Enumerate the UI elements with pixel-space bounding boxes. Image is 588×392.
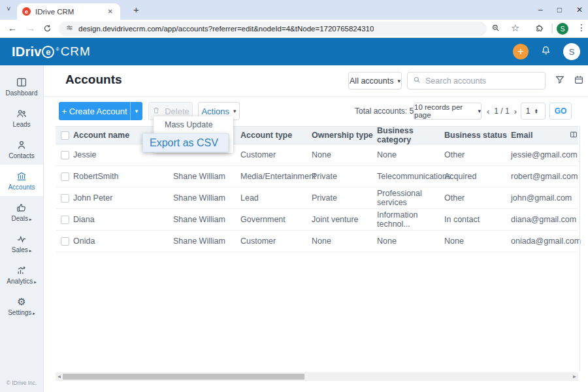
browser-menu-dots-icon[interactable]: ⋮ <box>577 22 586 33</box>
sidebar-item-contacts[interactable]: Contacts <box>0 133 43 165</box>
scroll-left-icon[interactable]: ◄ <box>56 374 63 380</box>
menu-item-mass-update[interactable]: Mass Update <box>154 116 233 133</box>
column-picker-icon[interactable] <box>569 130 578 141</box>
sidebar: DashboardLeadsContactsAccountsDeals▸Sale… <box>0 65 44 392</box>
quick-add-button[interactable]: + <box>513 44 529 59</box>
copyright-text: © IDrive Inc. <box>0 380 43 386</box>
url-bar[interactable]: design.devidrivecrm.com/app/accounts?ref… <box>59 22 487 36</box>
window-maximize-button[interactable]: □ <box>557 5 562 14</box>
records-per-page-value: 10 records per page <box>414 103 474 119</box>
column-header[interactable]: Business category <box>377 126 444 144</box>
search-input[interactable] <box>425 76 540 86</box>
cell-type: Customer <box>240 150 312 159</box>
create-caret-down-icon[interactable]: ▾ <box>131 108 142 114</box>
caret-down-icon: ▾ <box>397 78 400 84</box>
next-page-icon[interactable]: › <box>514 106 517 116</box>
search-box[interactable] <box>407 72 546 90</box>
sidebar-item-dashboard[interactable]: Dashboard <box>0 71 43 102</box>
row-checkbox[interactable] <box>61 237 69 246</box>
accounts-table: Account nameAccount typeOwnership typeBu… <box>56 126 578 252</box>
filter-icon[interactable] <box>555 74 565 88</box>
column-header[interactable]: Ownership type <box>312 131 377 140</box>
scrollbar-track[interactable] <box>63 372 571 381</box>
page-number-input[interactable] <box>521 106 534 116</box>
deals-icon <box>16 202 27 214</box>
column-header[interactable]: Account type <box>240 131 312 140</box>
table-body: JessieCustomerNoneNoneOtherjessie@gmail.… <box>56 144 578 252</box>
page-number-stepper[interactable]: ▴ ▾ <box>521 103 546 120</box>
create-account-button[interactable]: + Create Account ▾ <box>59 102 142 120</box>
table-row[interactable]: OnidaShane WilliamCustomerNoneNoneNoneon… <box>56 231 578 252</box>
submenu-arrow-icon: ▸ <box>33 311 35 316</box>
url-text: design.devidrivecrm.com/app/accounts?ref… <box>78 25 374 33</box>
tab-search-chevron-icon[interactable]: ˅ <box>7 5 10 12</box>
account-view-select[interactable]: All accounts ▾ <box>348 72 402 90</box>
records-per-page-select[interactable]: 10 records per page ▾ <box>414 103 482 120</box>
tab-close-icon[interactable]: ✕ <box>106 7 115 16</box>
cell-owner: Shane William <box>173 193 240 203</box>
cell-owner: Shane William <box>173 215 240 224</box>
column-header[interactable]: Business status <box>444 131 511 140</box>
zoom-indicator-icon[interactable] <box>491 24 500 35</box>
stepper-arrows[interactable]: ▴ ▾ <box>535 108 538 114</box>
sidebar-item-sales[interactable]: Sales▸ <box>0 227 43 259</box>
calendar-icon[interactable] <box>574 74 584 88</box>
back-icon[interactable]: ← <box>8 23 17 33</box>
sidebar-item-leads[interactable]: Leads <box>0 102 43 133</box>
table-row[interactable]: John PeterShane WilliamLeadPrivateProfes… <box>56 188 578 209</box>
sidebar-item-accounts[interactable]: Accounts <box>0 165 43 196</box>
previous-page-icon[interactable]: ‹ <box>487 106 489 116</box>
bookmark-star-icon[interactable]: ☆ <box>511 22 519 34</box>
reload-icon[interactable] <box>43 24 52 35</box>
scrollbar-thumb[interactable] <box>63 374 304 380</box>
browser-profile-avatar[interactable]: S <box>557 23 568 35</box>
table-row[interactable]: DianaShane WilliamGovernmentJoint ventur… <box>56 209 578 231</box>
sidebar-nav: DashboardLeadsContactsAccountsDeals▸Sale… <box>0 65 43 321</box>
logo-crm-text: CRM <box>61 44 91 59</box>
page-title: Accounts <box>65 73 122 87</box>
window-minimize-button[interactable]: – <box>538 5 543 14</box>
idrive-crm-logo: IDriv e ® CRM <box>12 44 91 59</box>
cell-email: diana@gmail.com <box>511 215 566 224</box>
cell-ownership: None <box>312 237 377 246</box>
sidebar-item-analytics[interactable]: Analytics▸ <box>0 259 43 290</box>
browser-addressbar: ← → design.devidrivecrm.com/app/accounts… <box>0 20 588 38</box>
cell-name: RobertSmith <box>73 172 173 181</box>
menu-item-export-as-csv[interactable]: Export as CSV <box>142 133 229 152</box>
delete-label: Delete <box>165 106 189 116</box>
cell-type: Government <box>240 215 312 224</box>
cell-owner: Shane William <box>173 237 240 246</box>
select-all-checkbox[interactable] <box>61 131 69 140</box>
row-checkbox[interactable] <box>61 172 69 181</box>
main-content: Accounts All accounts ▾ + Create Account… <box>44 65 588 392</box>
cell-email: john@gmail.com <box>511 193 566 203</box>
new-tab-button[interactable]: + <box>129 3 143 16</box>
site-info-icon[interactable] <box>65 23 74 35</box>
forward-icon: → <box>26 23 35 33</box>
cell-status: In contact <box>444 215 511 224</box>
browser-tab[interactable]: e IDrive CRM ✕ <box>17 3 120 20</box>
sidebar-item-label: Accounts <box>8 184 35 191</box>
sidebar-item-settings[interactable]: ⚙Settings▸ <box>0 290 43 321</box>
table-row[interactable]: RobertSmithShane WilliamMedia/Entertainm… <box>56 166 578 188</box>
extensions-icon[interactable] <box>535 24 545 36</box>
cell-category: Information technol... <box>377 210 444 229</box>
window-close-button[interactable]: ✕ <box>576 5 583 14</box>
stepper-down-icon[interactable]: ▾ <box>535 111 538 114</box>
row-checkbox[interactable] <box>61 151 69 159</box>
column-header[interactable]: Email <box>511 131 566 140</box>
sidebar-item-deals[interactable]: Deals▸ <box>0 196 43 227</box>
row-checkbox[interactable] <box>61 194 69 203</box>
table-row[interactable]: JessieCustomerNoneNoneOtherjessie@gmail.… <box>56 144 578 166</box>
scroll-right-icon[interactable]: ► <box>571 374 578 380</box>
row-checkbox[interactable] <box>61 216 69 224</box>
sidebar-item-label: Deals▸ <box>11 216 31 222</box>
cell-ownership: Joint venture <box>312 215 377 224</box>
horizontal-scrollbar[interactable]: ◄ ► <box>56 372 578 381</box>
cell-category: None <box>377 150 444 159</box>
notifications-bell-icon[interactable] <box>540 44 552 59</box>
go-button[interactable]: GO <box>549 103 572 120</box>
user-avatar[interactable]: S <box>563 43 580 60</box>
divider: | <box>551 22 553 34</box>
cell-owner: Shane William <box>173 172 240 181</box>
